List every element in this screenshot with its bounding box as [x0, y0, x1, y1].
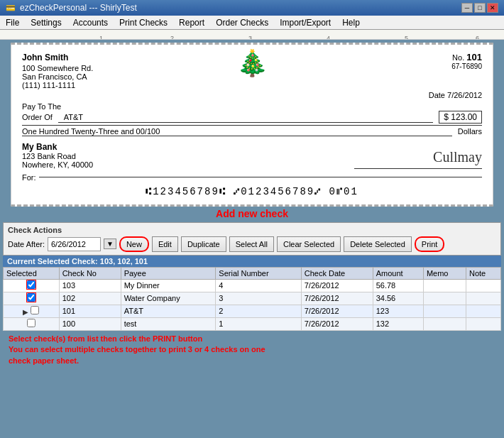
- check-number: 101: [466, 52, 482, 62]
- cell-date: 7/26/2012: [301, 292, 373, 305]
- check-owner-name: John Smith: [22, 52, 93, 64]
- window-controls[interactable]: ─ □ ✕: [461, 3, 498, 13]
- cell-check-no: 101: [59, 305, 121, 317]
- pay-to-label: Pay To The Order Of AT&T $ 123.00: [22, 102, 482, 126]
- cell-memo: [423, 292, 466, 305]
- cell-payee: Water Company: [121, 292, 216, 305]
- col-note: Note: [466, 267, 500, 279]
- menu-settings[interactable]: Settings: [25, 17, 67, 28]
- check-address1: 100 Somewhere Rd.: [22, 64, 93, 72]
- selected-check-bar: Current Selected Check: 103, 102, 101: [3, 256, 501, 267]
- cell-note: [466, 317, 500, 330]
- cell-serial: 4: [216, 279, 301, 292]
- dollars-label: Dollars: [458, 127, 482, 136]
- ruler-mark-5: 5: [405, 35, 408, 40]
- ruler: 1 2 3 4 5 6: [0, 30, 504, 40]
- signature-line: [354, 168, 482, 169]
- ruler-mark-1: 1: [99, 35, 103, 40]
- ruler-mark-6: 6: [476, 35, 479, 40]
- menu-import-export[interactable]: Import/Export: [274, 17, 336, 28]
- minimize-button[interactable]: ─: [461, 3, 473, 13]
- cell-date: 7/26/2012: [301, 279, 373, 292]
- delete-selected-button[interactable]: Delete Selected: [344, 236, 412, 252]
- cell-memo: [423, 305, 466, 317]
- window-title: ezCheckPersonal --- ShirlyTest: [20, 3, 137, 13]
- cell-selected[interactable]: [4, 292, 60, 305]
- menu-accounts[interactable]: Accounts: [67, 17, 114, 28]
- select-all-button[interactable]: Select All: [229, 236, 274, 252]
- table-row[interactable]: 100 test 1 7/26/2012 132: [4, 317, 501, 330]
- for-label: For:: [22, 173, 36, 182]
- main-area: 🎄 John Smith 100 Somewhere Rd. San Franc…: [0, 40, 504, 438]
- check-actions-title: Check Actions: [8, 226, 496, 234]
- annotation-line3: check paper sheet.: [9, 356, 495, 366]
- cell-payee: AT&T: [121, 305, 216, 317]
- clear-selected-button[interactable]: Clear Selected: [277, 236, 341, 252]
- cell-selected[interactable]: [4, 317, 60, 330]
- menu-help[interactable]: Help: [336, 17, 366, 28]
- order-of-label: Order Of: [22, 113, 53, 121]
- cell-memo: [423, 317, 466, 330]
- add-check-annotation: Add new check: [3, 208, 501, 219]
- cell-amount: 132: [373, 317, 423, 330]
- table-row[interactable]: 103 My Dinner 4 7/26/2012 56.78: [4, 279, 501, 292]
- check-date-label: Date: [429, 91, 445, 99]
- check-micr: ⑆123456789⑆ ⑇0123456789⑇ 0⑈01: [22, 186, 482, 197]
- table-row[interactable]: 102 Water Company 3 7/26/2012 34.56: [4, 292, 501, 305]
- row-checkbox[interactable]: [27, 293, 35, 302]
- table-row[interactable]: ▶ 101 AT&T 2 7/26/2012 123: [4, 305, 501, 317]
- check-table-container: Selected Check No Payee Serial Number Ch…: [3, 267, 501, 331]
- check-payee: AT&T: [64, 113, 83, 121]
- title-bar: 💳 ezCheckPersonal --- ShirlyTest ─ □ ✕: [0, 0, 504, 16]
- menu-print-checks[interactable]: Print Checks: [114, 17, 173, 28]
- dropdown-icon[interactable]: ▼: [104, 239, 116, 249]
- cell-serial: 1: [216, 317, 301, 330]
- check-date-value: 7/26/2012: [447, 91, 482, 99]
- bank-address1: 123 Bank Road: [22, 152, 93, 160]
- menu-report[interactable]: Report: [173, 17, 210, 28]
- cell-date: 7/26/2012: [301, 317, 373, 330]
- amount-symbol: $: [444, 112, 449, 122]
- duplicate-button[interactable]: Duplicate: [181, 236, 226, 252]
- date-after-label: Date After:: [8, 240, 45, 248]
- col-check-no: Check No: [59, 267, 121, 279]
- cell-amount: 123: [373, 305, 423, 317]
- cell-note: [466, 305, 500, 317]
- check-amount: 123.00: [451, 112, 477, 122]
- date-after-input[interactable]: [48, 237, 101, 251]
- check-phone: (111) 111-1111: [22, 81, 93, 89]
- cell-check-no: 100: [59, 317, 121, 330]
- cell-note: [466, 292, 500, 305]
- menu-file[interactable]: File: [0, 17, 25, 28]
- cell-payee: My Dinner: [121, 279, 216, 292]
- check-decoration: 🎄: [236, 50, 268, 76]
- close-button[interactable]: ✕: [487, 3, 498, 13]
- bottom-annotation: Select check(s) from list then click the…: [3, 331, 501, 368]
- row-checkbox[interactable]: [31, 306, 39, 314]
- row-checkbox[interactable]: [27, 319, 35, 327]
- menu-order-checks[interactable]: Order Checks: [210, 17, 274, 28]
- cell-check-no: 103: [59, 279, 121, 292]
- cell-selected[interactable]: [4, 279, 60, 292]
- row-arrow: ▶: [23, 308, 28, 316]
- maximize-button[interactable]: □: [474, 3, 486, 13]
- cell-selected[interactable]: ▶: [4, 305, 60, 317]
- new-button[interactable]: New: [119, 236, 149, 252]
- app-icon: 💳: [6, 4, 16, 13]
- edit-button[interactable]: Edit: [152, 236, 178, 252]
- for-line: [39, 177, 482, 177]
- check-words-amount: One Hundred Twenty-Three and 00/100: [22, 127, 160, 136]
- col-selected: Selected: [4, 267, 60, 279]
- check-actions-panel: Check Actions Date After: ▼ New Edit Dup…: [3, 222, 501, 256]
- cell-date: 7/26/2012: [301, 305, 373, 317]
- annotation-line2: You can select multiple checks together …: [9, 344, 495, 355]
- cell-serial: 2: [216, 305, 301, 317]
- row-checkbox[interactable]: [27, 280, 35, 289]
- bank-name: My Bank: [22, 142, 93, 152]
- check-paper: 🎄 John Smith 100 Somewhere Rd. San Franc…: [11, 43, 493, 207]
- bank-address2: Nowhere, KY, 40000: [22, 160, 93, 169]
- annotation-line1: Select check(s) from list then click the…: [9, 334, 495, 344]
- check-table: Selected Check No Payee Serial Number Ch…: [3, 267, 501, 331]
- print-button[interactable]: Print: [415, 236, 445, 252]
- ruler-mark-4: 4: [327, 35, 330, 40]
